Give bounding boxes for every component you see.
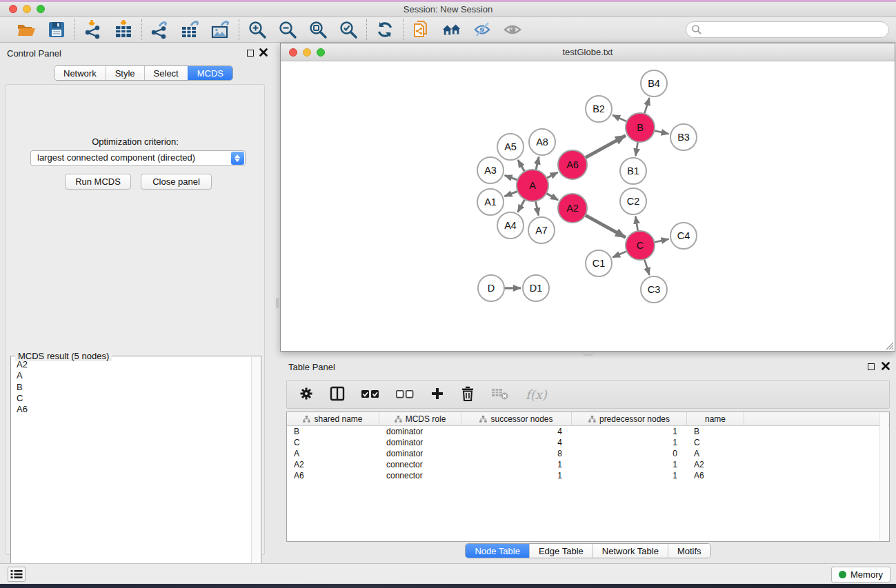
table-cell[interactable]: A — [287, 449, 379, 458]
table-cell[interactable]: 1 — [461, 460, 572, 469]
optimization-criterion-select[interactable]: largest connected component (directed) — [30, 150, 246, 166]
table-cell[interactable]: A2 — [287, 460, 379, 469]
table-scrollbar[interactable] — [879, 413, 888, 540]
close-panel-icon[interactable] — [259, 48, 268, 57]
table-close-icon[interactable] — [882, 362, 890, 370]
graph-edge-C-C3[interactable] — [644, 259, 649, 275]
delete-column-icon[interactable] — [461, 386, 475, 404]
save-session-icon[interactable] — [46, 19, 67, 40]
table-cell[interactable]: B — [687, 427, 744, 436]
table-cell[interactable]: dominator — [379, 438, 461, 447]
table-row[interactable]: A2connector11A2 — [287, 459, 889, 470]
graph-edge-A-A3[interactable] — [505, 175, 518, 180]
mcds-result-item[interactable]: B — [12, 382, 250, 393]
table-cell[interactable]: A2 — [687, 460, 744, 469]
zoom-out-icon[interactable] — [277, 19, 298, 40]
graph-edge-C-C1[interactable] — [613, 251, 627, 257]
graph-node-A3[interactable]: A3 — [477, 157, 504, 183]
table-tab-network-table[interactable]: Network Table — [593, 544, 668, 558]
network-canvas[interactable]: B4B2BB3A5A8A6B1A3AC2A1A2A4A7C4CC1C3DD1 — [281, 61, 895, 351]
minimize-window-button[interactable] — [23, 5, 31, 13]
network-file-icon[interactable] — [411, 19, 432, 40]
close-window-button[interactable] — [9, 5, 17, 13]
network-close-button[interactable] — [289, 48, 297, 57]
column-header-shared-name[interactable]: shared name — [287, 412, 379, 425]
graph-node-B4[interactable]: B4 — [641, 70, 667, 97]
zoom-in-icon[interactable] — [247, 19, 268, 40]
graph-edge-A-A4[interactable] — [518, 199, 525, 212]
mcds-result-scrollbar[interactable] — [251, 357, 260, 588]
table-cell[interactable]: 8 — [461, 449, 572, 458]
mcds-result-item[interactable]: A2 — [12, 359, 250, 370]
graph-node-A8[interactable]: A8 — [529, 129, 555, 155]
network-minimize-button[interactable] — [303, 48, 311, 57]
close-panel-button[interactable]: Close panel — [141, 174, 212, 190]
memory-button[interactable]: Memory — [831, 567, 890, 582]
column-header-MCDS-role[interactable]: MCDS role — [379, 412, 461, 425]
control-tab-mcds[interactable]: MCDS — [188, 66, 232, 80]
graph-node-A7[interactable]: A7 — [528, 217, 555, 243]
table-cell[interactable]: 1 — [572, 427, 687, 436]
table-cell[interactable]: 1 — [461, 471, 572, 480]
graph-edge-A-A8[interactable] — [536, 156, 539, 170]
table-tab-node-table[interactable]: Node Table — [466, 544, 529, 558]
control-tab-style[interactable]: Style — [106, 66, 144, 80]
export-network-icon[interactable] — [150, 19, 170, 40]
table-cell[interactable]: A6 — [687, 471, 744, 480]
column-header-successor-nodes[interactable]: successor nodes — [461, 412, 572, 425]
network-horizontal-scrollbar[interactable] — [583, 352, 593, 356]
table-cell[interactable]: 1 — [572, 460, 687, 469]
unselect-all-columns-icon[interactable] — [396, 389, 414, 401]
eye-slash-icon[interactable] — [472, 19, 492, 40]
table-cell[interactable]: 1 — [572, 438, 687, 447]
function-builder-icon[interactable]: f(x) — [526, 387, 547, 402]
network-vertical-scrollbar[interactable] — [276, 298, 279, 308]
graph-node-C[interactable]: C — [626, 231, 655, 260]
graph-node-B1[interactable]: B1 — [620, 158, 646, 184]
maximize-window-button[interactable] — [37, 5, 45, 13]
zoom-fit-icon[interactable] — [308, 19, 328, 40]
zoom-selected-icon[interactable] — [338, 19, 359, 40]
table-cell[interactable]: B — [287, 427, 379, 436]
select-all-columns-icon[interactable] — [361, 389, 379, 401]
eye-icon[interactable] — [502, 19, 523, 40]
mcds-result-item[interactable]: C — [12, 393, 250, 404]
graph-node-A2[interactable]: A2 — [558, 194, 587, 223]
refresh-icon[interactable] — [375, 19, 395, 40]
table-cell[interactable]: 0 — [572, 449, 687, 458]
graph-node-A6[interactable]: A6 — [558, 150, 587, 179]
graph-node-A1[interactable]: A1 — [477, 189, 504, 215]
table-settings-icon[interactable] — [299, 387, 313, 403]
show-panel-list-button[interactable] — [8, 567, 26, 582]
home-icon[interactable] — [441, 19, 462, 40]
table-cell[interactable]: 4 — [461, 438, 572, 447]
table-cell[interactable]: C — [287, 438, 379, 447]
graph-edge-B-B1[interactable] — [635, 142, 637, 156]
create-column-icon[interactable] — [430, 387, 444, 403]
table-cell[interactable]: A6 — [287, 471, 379, 480]
table-cell[interactable]: dominator — [379, 427, 461, 436]
table-row[interactable]: Adominator80A — [287, 448, 889, 459]
mcds-result-item[interactable]: A — [12, 370, 250, 381]
graph-node-A[interactable]: A — [517, 170, 548, 201]
graph-node-D1[interactable]: D1 — [523, 275, 549, 301]
graph-edge-C-C4[interactable] — [654, 239, 668, 243]
import-table-icon[interactable] — [113, 19, 134, 40]
column-header-predecessor-nodes[interactable]: predecessor nodes — [572, 412, 687, 425]
graph-edge-B-B3[interactable] — [654, 131, 668, 134]
table-cell[interactable]: A — [687, 449, 744, 458]
export-image-icon[interactable] — [210, 19, 231, 40]
table-cell[interactable]: dominator — [379, 449, 461, 458]
graph-edge-B-B2[interactable] — [613, 115, 627, 121]
table-row[interactable]: Bdominator41B — [287, 426, 889, 437]
table-row[interactable]: Cdominator41C — [287, 437, 889, 448]
control-tab-select[interactable]: Select — [144, 66, 188, 80]
export-table-icon[interactable] — [180, 19, 201, 40]
graph-edge-C-C2[interactable] — [635, 216, 637, 232]
table-cell[interactable]: 1 — [572, 471, 687, 480]
table-float-icon[interactable] — [868, 363, 875, 370]
table-cell[interactable]: 4 — [461, 427, 572, 436]
search-input[interactable] — [686, 21, 889, 38]
graph-edge-B-B4[interactable] — [644, 98, 649, 114]
graph-edge-A2-C[interactable] — [585, 215, 626, 237]
